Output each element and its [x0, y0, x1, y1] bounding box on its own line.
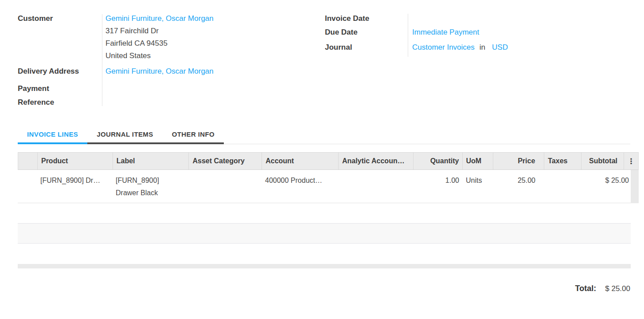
table-header-row: Product Label Asset Category Account Ana…: [18, 152, 639, 170]
invoice-date-field-label: Invoice Date: [325, 14, 369, 24]
cell-product[interactable]: [FURN_8900] Dr…: [37, 170, 112, 203]
cell-account[interactable]: 400000 Product…: [262, 170, 338, 203]
payment-reference-field-label: Payment Reference: [18, 82, 80, 109]
invoice-total-row: Total: $ 25.00: [18, 284, 630, 293]
total-value: $ 25.00: [605, 284, 630, 293]
tab-journal-items[interactable]: JOURNAL ITEMS: [87, 126, 162, 144]
column-header-asset-category[interactable]: Asset Category: [188, 153, 262, 169]
cell-label-line2: Drawer Black: [116, 187, 185, 199]
due-date-field-label: Due Date: [325, 28, 358, 37]
cell-label-line1: [FURN_8900]: [116, 174, 185, 187]
column-header-product[interactable]: Product: [37, 153, 113, 169]
tab-other-info[interactable]: OTHER INFO: [163, 126, 224, 144]
column-header-taxes[interactable]: Taxes: [544, 153, 581, 169]
notebook-tabbar: INVOICE LINES JOURNAL ITEMS OTHER INFO: [18, 126, 630, 144]
cell-analytic-account[interactable]: [338, 170, 413, 203]
cell-asset-category[interactable]: [188, 170, 262, 203]
cell-label[interactable]: [FURN_8900] Drawer Black: [112, 170, 188, 203]
cell-uom[interactable]: Units: [462, 170, 493, 203]
column-header-uom[interactable]: UoM: [462, 153, 493, 169]
left-fields-divider: [102, 14, 102, 106]
customer-address-line: Fairfield CA 94535: [105, 39, 214, 48]
table-footer-bar: [18, 264, 631, 268]
optional-columns-button[interactable]: ⋮: [624, 153, 638, 169]
empty-table-row: [18, 244, 631, 264]
empty-table-row-striped: [18, 223, 631, 244]
column-header-analytic-account[interactable]: Analytic Accoun…: [338, 153, 413, 169]
cell-subtotal[interactable]: $ 25.00: [582, 170, 631, 203]
total-label: Total:: [575, 284, 597, 293]
customer-address-line: United States: [105, 51, 214, 61]
column-header-label[interactable]: Label: [113, 153, 189, 169]
column-header-price[interactable]: Price: [493, 153, 544, 169]
column-header-quantity[interactable]: Quantity: [413, 153, 462, 169]
cell-taxes[interactable]: [544, 170, 582, 203]
cell-price[interactable]: 25.00: [493, 170, 544, 203]
column-header-account[interactable]: Account: [262, 153, 338, 169]
right-fields-divider: [408, 14, 408, 57]
journal-field-label: Journal: [325, 43, 352, 52]
currency-link[interactable]: USD: [492, 43, 508, 52]
customer-address-line: 317 Fairchild Dr: [105, 26, 214, 36]
payment-terms-link[interactable]: Immediate Payment: [412, 28, 479, 36]
journal-connector-text: in: [480, 43, 485, 52]
invoice-lines-table: Product Label Asset Category Account Ana…: [18, 152, 639, 268]
row-drag-handle-cell[interactable]: [18, 170, 37, 203]
tabbar-filler: [224, 126, 630, 144]
journal-link[interactable]: Customer Invoices: [412, 43, 475, 52]
table-scrollbar-track[interactable]: [631, 170, 639, 203]
column-header-subtotal[interactable]: Subtotal: [581, 153, 624, 169]
tab-invoice-lines[interactable]: INVOICE LINES: [18, 126, 87, 144]
table-row[interactable]: [FURN_8900] Dr… [FURN_8900] Drawer Black…: [18, 170, 631, 203]
row-handle-column-header: [18, 153, 37, 169]
empty-table-row: [18, 203, 631, 223]
customer-field-label: Customer: [18, 14, 53, 24]
delivery-address-field-label: Delivery Address: [18, 67, 79, 76]
cell-quantity[interactable]: 1.00: [413, 170, 462, 203]
customer-partner-link[interactable]: Gemini Furniture, Oscar Morgan: [105, 14, 214, 23]
customer-field-value: Gemini Furniture, Oscar Morgan 317 Fairc…: [105, 14, 214, 63]
journal-field-value: Customer Invoices in USD: [412, 43, 508, 52]
delivery-partner-link[interactable]: Gemini Furniture, Oscar Morgan: [105, 67, 214, 75]
vertical-dots-icon: ⋮: [628, 157, 635, 166]
